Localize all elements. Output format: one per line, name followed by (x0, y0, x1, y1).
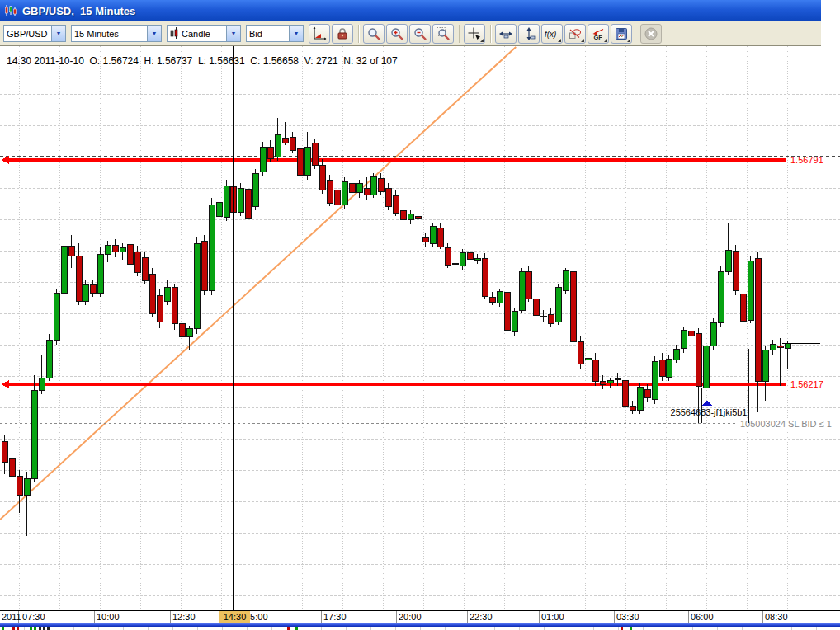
title-bar[interactable]: GBP/USD, 15 Minutes (0, 0, 821, 21)
candle-body (349, 183, 355, 192)
candle-body (201, 241, 207, 290)
zoom-out-button[interactable] (409, 24, 431, 44)
zoom-region-button[interactable] (432, 24, 454, 44)
overview-mark (295, 627, 298, 630)
candle-body (112, 245, 118, 252)
chevron-down-icon[interactable]: ▼ (226, 26, 240, 41)
candle-body (327, 180, 333, 203)
chart-style-select[interactable]: Candle ▼ (167, 25, 241, 42)
overview-mark (47, 627, 50, 630)
zoom-in-icon (389, 26, 404, 41)
interval-select[interactable]: 15 Minutes ▼ (71, 25, 162, 42)
chart-area[interactable]: 105003024 SL BID ≤ 11.567911.56217255646… (0, 46, 840, 610)
zoom-in-button[interactable] (386, 24, 408, 44)
vertical-fit-button[interactable] (518, 24, 540, 44)
time-axis[interactable]: 201107:3010:0012:3015:0017:3020:0022:300… (0, 610, 840, 623)
axis-tick (614, 611, 615, 623)
drawing-tools-button[interactable] (564, 24, 586, 44)
candle-body (482, 258, 488, 296)
overview-mark (287, 627, 290, 630)
horizontal-fit-button[interactable] (495, 24, 517, 44)
order-label: 25564683-jf1jki5b1 (671, 407, 748, 417)
vertical-arrows-icon (521, 26, 536, 41)
candle-body (356, 183, 362, 192)
zoom-region-icon (436, 26, 451, 41)
candle-body (710, 322, 716, 346)
candle-body (282, 138, 288, 143)
overview-mark (34, 627, 36, 630)
candle-body (422, 237, 428, 242)
window-title: GBP/USD, 15 Minutes (22, 5, 135, 17)
chevron-down-icon[interactable]: ▼ (289, 26, 303, 41)
price-series-select[interactable]: Bid ▼ (246, 25, 304, 42)
candle-body (718, 271, 724, 322)
time-label: 10:00 (97, 612, 120, 622)
lock-button[interactable] (332, 24, 353, 44)
candle-body (24, 478, 30, 495)
candle-body (555, 287, 561, 322)
chevron-down-icon[interactable]: ▼ (51, 26, 65, 41)
candle-body (563, 270, 569, 290)
price-series-value: Bid (247, 29, 289, 39)
chevron-down-icon[interactable]: ▼ (147, 26, 161, 41)
indicators-button[interactable]: f(x) (541, 24, 563, 44)
candle-body (400, 210, 406, 219)
magnifier-icon (366, 26, 381, 41)
dropdown-corner (627, 39, 630, 42)
toolbar-separator (358, 25, 360, 43)
candle-body (452, 263, 458, 264)
crosshair-time-label: 14:30 (219, 611, 250, 623)
candle-body (430, 226, 436, 243)
candle-body (76, 256, 82, 301)
left-arrow-icon (1, 380, 9, 388)
candle-body (164, 287, 170, 301)
candle-body (385, 188, 391, 206)
ohlc-info-bar: 14:30 2011-10-10 O: 1.56724 H: 1.56737 L… (7, 55, 398, 67)
candle-body (622, 380, 628, 406)
save-button[interactable] (611, 24, 632, 44)
candle-body (585, 358, 591, 360)
gf-tool-button[interactable]: GF (588, 24, 609, 44)
candle-body (54, 293, 59, 340)
candle-body (378, 178, 384, 191)
time-label: 08:30 (765, 612, 788, 622)
horizontal-arrows-icon (498, 26, 513, 41)
candle-body (725, 250, 731, 271)
candle-body (172, 287, 177, 323)
price-chart-svg[interactable]: 105003024 SL BID ≤ 11.567911.56217255646… (0, 46, 840, 610)
close-icon (644, 26, 658, 41)
candle-body (533, 299, 539, 315)
zoom-button[interactable] (363, 24, 385, 44)
axis-tick (539, 611, 540, 623)
time-label: 06:00 (691, 612, 714, 622)
candle-body (304, 147, 310, 175)
candle-body (740, 294, 746, 321)
overview-mark (43, 627, 45, 630)
candle-body (460, 252, 465, 266)
candle-body (342, 181, 347, 205)
candle-body (748, 261, 753, 320)
svg-text:f(x): f(x) (545, 29, 556, 38)
candle-body (194, 243, 200, 328)
candle-body (39, 378, 45, 390)
instrument-select[interactable]: GBP/USD ▼ (3, 25, 66, 42)
toolbar-separator (490, 25, 492, 43)
axis-pointer-button[interactable] (309, 24, 330, 44)
candle-body (90, 284, 96, 293)
candle-body (134, 252, 140, 272)
candle-body (688, 331, 694, 336)
lock-icon (335, 26, 350, 41)
candle-body (474, 258, 480, 260)
svg-text:GF: GF (594, 34, 603, 41)
candle-body (755, 258, 761, 381)
dropdown-corner (581, 39, 584, 42)
close-disabled-button (640, 24, 662, 44)
price-label: 1.56791 (790, 155, 823, 165)
candle-body (467, 252, 473, 259)
axis-tick (688, 611, 689, 623)
candle-body (770, 344, 776, 350)
candle-body (209, 205, 215, 290)
axis-tick (467, 611, 468, 623)
axis-pointer-icon (312, 26, 327, 41)
crosshair-button[interactable] (464, 24, 485, 44)
